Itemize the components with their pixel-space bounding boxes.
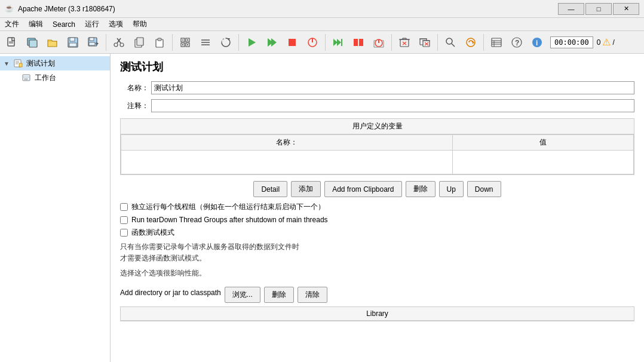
remote-start-button[interactable]: [329, 33, 348, 52]
delete-classpath-button[interactable]: 删除: [264, 287, 294, 303]
checkbox-row-2: Run tearDown Thread Groups after shutdow…: [120, 216, 634, 224]
collapse-button[interactable]: [196, 33, 215, 52]
menu-file[interactable]: 文件: [0, 18, 24, 30]
expand-button[interactable]: [176, 33, 195, 52]
paste-button[interactable]: [150, 33, 169, 52]
classpath-btn-row: Add directory or jar to classpath 浏览... …: [120, 287, 634, 303]
close-button[interactable]: ✕: [613, 3, 639, 15]
remote-shutdown-button[interactable]: [369, 33, 388, 52]
open-button[interactable]: [43, 33, 62, 52]
svg-point-13: [114, 43, 118, 47]
menu-search[interactable]: Search: [48, 18, 80, 30]
start-nopause-button[interactable]: [262, 33, 281, 52]
down-button[interactable]: Down: [467, 181, 501, 197]
workbench-label: 工作台: [35, 73, 56, 83]
shutdown-button[interactable]: [303, 33, 322, 52]
detail-button[interactable]: Detail: [253, 181, 287, 197]
classpath-section: Add directory or jar to classpath 浏览... …: [120, 287, 634, 321]
title-bar-text: Apache JMeter (3.3 r1808647): [18, 5, 558, 13]
tree-item-workbench[interactable]: 工作台: [0, 70, 110, 85]
test-plan-icon: [13, 58, 24, 69]
checkbox-teardown[interactable]: [120, 216, 128, 224]
info-text-2: 才需要选择函数测试模式。: [120, 254, 206, 262]
svg-text:?: ?: [515, 39, 519, 47]
svg-rect-38: [289, 39, 296, 46]
svg-rect-10: [89, 42, 95, 45]
clear-all-button[interactable]: [415, 33, 434, 52]
new-button[interactable]: [2, 33, 22, 52]
toggle-button[interactable]: [216, 33, 235, 52]
svg-marker-42: [337, 39, 341, 46]
menu-run[interactable]: 运行: [80, 18, 104, 30]
info-text-3-container: 选择这个选项很影响性能。: [120, 268, 634, 279]
classpath-label: Add directory or jar to classpath: [120, 289, 221, 297]
add-button[interactable]: 添加: [291, 181, 321, 197]
content-area: 测试计划 名称： 注释： 用户定义的变量 名称： 值: [111, 54, 644, 362]
name-input[interactable]: [151, 81, 634, 94]
comment-input[interactable]: [151, 99, 634, 112]
separator-3: [238, 34, 239, 51]
main-layout: ▼ 测试计划 工作台 测试计划 名称： 注释：: [0, 54, 644, 362]
stop-button[interactable]: [283, 33, 302, 52]
svg-rect-16: [137, 38, 143, 45]
checkbox-label-1[interactable]: 独立运行每个线程组（例如在一个组运行结束后启动下一个）: [131, 202, 325, 212]
cut-button[interactable]: [109, 33, 128, 52]
col-value-header: 值: [452, 135, 633, 151]
clear-classpath-button[interactable]: 清除: [298, 287, 327, 303]
maximize-button[interactable]: □: [585, 3, 612, 15]
svg-marker-41: [333, 39, 338, 46]
add-from-clipboard-button[interactable]: Add from Clipboard: [324, 181, 401, 197]
delete-button[interactable]: 删除: [406, 181, 436, 197]
warning-section: 0 ⚠ /: [597, 36, 615, 48]
copy-button[interactable]: [130, 33, 149, 52]
save-all-button[interactable]: [84, 33, 103, 52]
clear-button[interactable]: [395, 33, 414, 52]
library-header: Library: [121, 307, 634, 321]
title-bar-controls: — □ ✕: [558, 3, 639, 15]
help-button[interactable]: ?: [507, 33, 526, 52]
start-button[interactable]: [242, 33, 261, 52]
svg-text:i: i: [536, 39, 538, 47]
about-button[interactable]: i: [528, 33, 547, 52]
menu-edit[interactable]: 编辑: [24, 18, 48, 30]
function-helper-button[interactable]: [487, 33, 506, 52]
reset-button[interactable]: [461, 33, 480, 52]
empty-value-cell: [452, 151, 633, 174]
col-name-header: 名称：: [121, 135, 453, 151]
open-templates-button[interactable]: [23, 33, 42, 52]
svg-rect-45: [359, 39, 363, 46]
info-text-3: 选择这个选项很影响性能。: [120, 269, 206, 277]
checkbox-functional-mode[interactable]: [120, 229, 128, 237]
separator-2: [172, 34, 173, 51]
search-icon-button[interactable]: [441, 33, 460, 52]
remote-stop-button[interactable]: [349, 33, 368, 52]
title-bar: ☕ Apache JMeter (3.3 r1808647) — □ ✕: [0, 0, 644, 18]
tree-item-test-plan[interactable]: ▼ 测试计划: [0, 56, 110, 70]
empty-name-cell: [121, 151, 453, 174]
up-button[interactable]: Up: [439, 181, 464, 197]
save-button[interactable]: [63, 33, 82, 52]
name-label: 名称：: [120, 83, 149, 93]
checkbox-row-3: 函数测试模式: [120, 228, 634, 238]
browse-button[interactable]: 浏览...: [225, 287, 260, 303]
checkbox-label-3[interactable]: 函数测试模式: [131, 228, 174, 238]
name-row: 名称：: [120, 81, 634, 94]
info-text-1: 只有当你需要记录每个请求从服务器取得的数据到文件时: [120, 243, 299, 251]
menu-help[interactable]: 帮助: [128, 18, 152, 30]
app-icon: ☕: [5, 4, 14, 14]
checkbox-label-2[interactable]: Run tearDown Thread Groups after shutdow…: [131, 216, 328, 224]
separator-6: [437, 34, 438, 51]
test-plan-label: 测试计划: [26, 59, 55, 69]
comment-label: 注释：: [120, 101, 149, 111]
menu-options[interactable]: 选项: [104, 18, 128, 30]
svg-rect-80: [24, 78, 26, 80]
minimize-button[interactable]: —: [558, 3, 584, 15]
tree-expand-icon: ▼: [4, 60, 12, 67]
sidebar: ▼ 测试计划 工作台: [0, 54, 111, 362]
svg-marker-37: [271, 38, 277, 47]
svg-rect-4: [29, 40, 37, 47]
svg-line-62: [452, 44, 455, 47]
timer-display: 00:00:00: [550, 36, 593, 48]
variables-title: 用户定义的变量: [121, 119, 634, 134]
checkbox-independent-threads[interactable]: [120, 203, 128, 211]
